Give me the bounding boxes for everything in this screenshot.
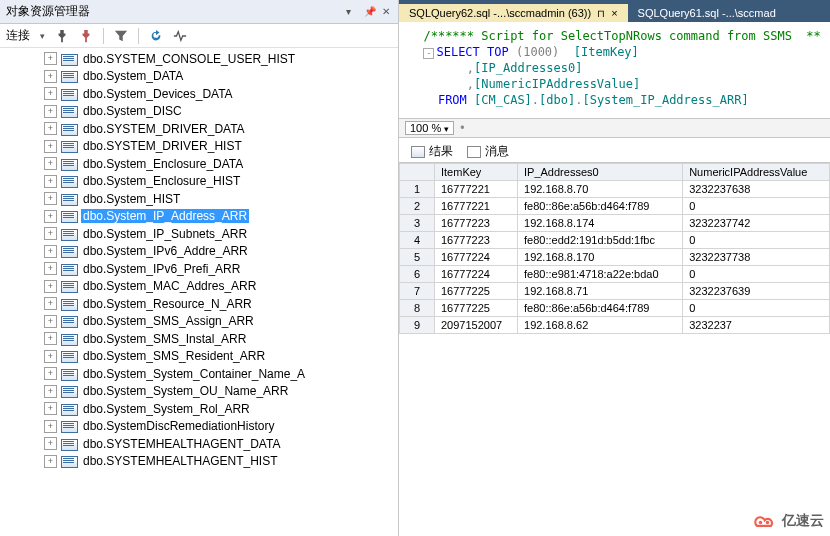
- cell[interactable]: fe80::86e:a56b:d464:f789: [518, 198, 683, 215]
- activity-icon[interactable]: [173, 29, 187, 43]
- tab-inactive[interactable]: SQLQuery61.sql -...\sccmad: [628, 4, 786, 22]
- cell[interactable]: 0: [683, 198, 830, 215]
- expand-icon[interactable]: +: [44, 367, 57, 380]
- tree-item[interactable]: +dbo.System_HIST: [6, 190, 398, 208]
- tree-item[interactable]: +dbo.System_System_Rol_ARR: [6, 400, 398, 418]
- expand-icon[interactable]: +: [44, 385, 57, 398]
- sql-editor[interactable]: /****** Script for SelectTopNRows comman…: [399, 22, 830, 118]
- row-number[interactable]: 9: [400, 317, 435, 334]
- cell[interactable]: 16777223: [435, 232, 518, 249]
- tree-item[interactable]: +dbo.System_Devices_DATA: [6, 85, 398, 103]
- fold-icon[interactable]: -: [423, 48, 434, 59]
- expand-icon[interactable]: +: [44, 315, 57, 328]
- row-number[interactable]: 7: [400, 283, 435, 300]
- expand-icon[interactable]: +: [44, 245, 57, 258]
- expand-icon[interactable]: +: [44, 210, 57, 223]
- row-number[interactable]: 5: [400, 249, 435, 266]
- expand-icon[interactable]: +: [44, 332, 57, 345]
- table-row[interactable]: 616777224fe80::e981:4718:a22e:bda00: [400, 266, 830, 283]
- expand-icon[interactable]: +: [44, 122, 57, 135]
- tree-item[interactable]: +dbo.SYSTEM_CONSOLE_USER_HIST: [6, 50, 398, 68]
- connect-dropdown-icon[interactable]: ▾: [40, 31, 45, 41]
- cell[interactable]: 16777221: [435, 198, 518, 215]
- tree-item[interactable]: +dbo.System_SMS_Instal_ARR: [6, 330, 398, 348]
- tree-item[interactable]: +dbo.SystemDiscRemediationHistory: [6, 418, 398, 436]
- tree-item[interactable]: +dbo.SYSTEMHEALTHAGENT_DATA: [6, 435, 398, 453]
- table-row[interactable]: 516777224192.168.8.1703232237738: [400, 249, 830, 266]
- expand-icon[interactable]: +: [44, 140, 57, 153]
- expand-icon[interactable]: +: [44, 437, 57, 450]
- expand-icon[interactable]: +: [44, 350, 57, 363]
- cell[interactable]: 192.168.8.71: [518, 283, 683, 300]
- tree-item[interactable]: +dbo.System_DISC: [6, 103, 398, 121]
- filter-icon[interactable]: [114, 29, 128, 43]
- plug-off-icon[interactable]: [79, 29, 93, 43]
- tree-item[interactable]: +dbo.System_DATA: [6, 68, 398, 86]
- row-number[interactable]: 1: [400, 181, 435, 198]
- cell[interactable]: fe80::86e:a56b:d464:f789: [518, 300, 683, 317]
- cell[interactable]: 16777221: [435, 181, 518, 198]
- expand-icon[interactable]: +: [44, 70, 57, 83]
- cell[interactable]: 3232237: [683, 317, 830, 334]
- tree-item[interactable]: +dbo.SYSTEM_DRIVER_HIST: [6, 138, 398, 156]
- cell[interactable]: 2097152007: [435, 317, 518, 334]
- tree-item[interactable]: +dbo.System_System_Container_Name_A: [6, 365, 398, 383]
- refresh-icon[interactable]: [149, 29, 163, 43]
- expand-icon[interactable]: +: [44, 280, 57, 293]
- tree-item[interactable]: +dbo.System_System_OU_Name_ARR: [6, 383, 398, 401]
- tree-item[interactable]: +dbo.System_Enclosure_DATA: [6, 155, 398, 173]
- tree-item[interactable]: +dbo.System_SMS_Assign_ARR: [6, 313, 398, 331]
- tree-item[interactable]: +dbo.System_IPv6_Addre_ARR: [6, 243, 398, 261]
- zoom-select[interactable]: 100 % ▾: [405, 121, 454, 135]
- tree-item[interactable]: +dbo.SYSTEMHEALTHAGENT_HIST: [6, 453, 398, 471]
- expand-icon[interactable]: +: [44, 297, 57, 310]
- cell[interactable]: 16777224: [435, 266, 518, 283]
- table-row[interactable]: 216777221fe80::86e:a56b:d464:f7890: [400, 198, 830, 215]
- cell[interactable]: 16777225: [435, 283, 518, 300]
- cell[interactable]: fe80::e981:4718:a22e:bda0: [518, 266, 683, 283]
- connect-label[interactable]: 连接: [6, 27, 30, 44]
- tree-item[interactable]: +dbo.System_IPv6_Prefi_ARR: [6, 260, 398, 278]
- cell[interactable]: 16777224: [435, 249, 518, 266]
- tree-item[interactable]: +dbo.System_IP_Address_ARR: [6, 208, 398, 226]
- row-number[interactable]: 3: [400, 215, 435, 232]
- cell[interactable]: 3232237738: [683, 249, 830, 266]
- cell[interactable]: 16777223: [435, 215, 518, 232]
- results-grid[interactable]: ItemKeyIP_Addresses0NumericIPAddressValu…: [399, 163, 830, 536]
- tab-active[interactable]: SQLQuery62.sql -...\sccmadmin (63)) ⊓ ×: [399, 4, 628, 22]
- row-number[interactable]: 6: [400, 266, 435, 283]
- column-header[interactable]: NumericIPAddressValue: [683, 164, 830, 181]
- cell[interactable]: fe80::edd2:191d:b5dd:1fbc: [518, 232, 683, 249]
- tree-view[interactable]: +dbo.SYSTEM_CONSOLE_USER_HIST+dbo.System…: [0, 48, 398, 536]
- column-header[interactable]: IP_Addresses0: [518, 164, 683, 181]
- tree-item[interactable]: +dbo.System_SMS_Resident_ARR: [6, 348, 398, 366]
- expand-icon[interactable]: +: [44, 227, 57, 240]
- cell[interactable]: 0: [683, 232, 830, 249]
- cell[interactable]: 192.168.8.62: [518, 317, 683, 334]
- cell[interactable]: 3232237742: [683, 215, 830, 232]
- cell[interactable]: 192.168.8.170: [518, 249, 683, 266]
- pin-icon[interactable]: ⊓: [597, 8, 605, 19]
- tab-close-icon[interactable]: ×: [611, 7, 617, 19]
- cell[interactable]: 0: [683, 300, 830, 317]
- table-row[interactable]: 316777223192.168.8.1743232237742: [400, 215, 830, 232]
- expand-icon[interactable]: +: [44, 192, 57, 205]
- cell[interactable]: 16777225: [435, 300, 518, 317]
- expand-icon[interactable]: +: [44, 52, 57, 65]
- tree-item[interactable]: +dbo.System_MAC_Addres_ARR: [6, 278, 398, 296]
- row-number[interactable]: 4: [400, 232, 435, 249]
- table-row[interactable]: 816777225fe80::86e:a56b:d464:f7890: [400, 300, 830, 317]
- tab-results[interactable]: 结果: [405, 141, 459, 162]
- expand-icon[interactable]: +: [44, 87, 57, 100]
- cell[interactable]: 0: [683, 266, 830, 283]
- expand-icon[interactable]: +: [44, 420, 57, 433]
- table-row[interactable]: 716777225192.168.8.713232237639: [400, 283, 830, 300]
- tab-messages[interactable]: 消息: [461, 141, 515, 162]
- tree-item[interactable]: +dbo.System_Enclosure_HIST: [6, 173, 398, 191]
- table-row[interactable]: 416777223fe80::edd2:191d:b5dd:1fbc0: [400, 232, 830, 249]
- pin-icon[interactable]: 📌: [364, 7, 374, 17]
- expand-icon[interactable]: +: [44, 105, 57, 118]
- tree-item[interactable]: +dbo.System_IP_Subnets_ARR: [6, 225, 398, 243]
- expand-icon[interactable]: +: [44, 262, 57, 275]
- expand-icon[interactable]: +: [44, 455, 57, 468]
